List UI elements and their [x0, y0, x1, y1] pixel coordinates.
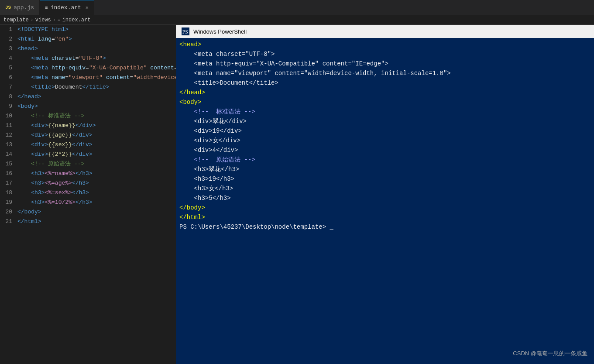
- breadcrumb-template[interactable]: template: [3, 17, 29, 23]
- code-line: 15 <!-- 原始语法 -->: [0, 159, 176, 169]
- editor-area: 1<!DOCTYPE html>2<html lang="en">3<head>…: [0, 25, 594, 364]
- line-number: 1: [0, 25, 17, 34]
- code-line: 5 <meta http-equiv="X-UA-Compatible" con…: [0, 63, 176, 73]
- watermark: CSDN @奄奄一息的一条咸鱼: [513, 350, 587, 357]
- line-content: <meta http-equiv="X-UA-Compatible" conte…: [17, 63, 176, 73]
- line-number: 10: [0, 111, 17, 121]
- ps-line: <head>: [179, 40, 591, 49]
- ps-line: <div>4</div>: [179, 145, 591, 155]
- js-icon: JS: [5, 5, 11, 10]
- breadcrumb-sep-2: ›: [53, 17, 56, 23]
- tab-app-js-label: app.js: [14, 4, 34, 11]
- line-content: </head>: [17, 92, 41, 102]
- code-line: 7 <title>Document</title>: [0, 82, 176, 92]
- code-line: 2<html lang="en">: [0, 34, 176, 44]
- code-line: 1<!DOCTYPE html>: [0, 25, 176, 34]
- ps-line: <meta name="viewport" content="width=dev…: [179, 69, 591, 78]
- ps-line: <h3>19</h3>: [179, 174, 591, 184]
- tab-bar: JS app.js ≡ index.art ✕: [0, 0, 594, 15]
- code-line: 21</html>: [0, 217, 176, 227]
- line-content: <!-- 原始语法 -->: [17, 159, 84, 169]
- line-number: 2: [0, 34, 17, 44]
- line-number: 20: [0, 207, 17, 217]
- line-number: 19: [0, 198, 17, 207]
- line-content: <div>{{sex}}</div>: [17, 140, 93, 150]
- ps-icon: PS: [181, 27, 190, 36]
- line-content: <head>: [17, 44, 38, 54]
- ps-titlebar: PS Windows PowerShell: [176, 25, 594, 38]
- ps-line: PS C:\Users\45237\Desktop\node\template>…: [179, 222, 591, 232]
- code-line: 4 <meta charset="UTF-8">: [0, 54, 176, 63]
- ps-line: <div>女</div>: [179, 136, 591, 145]
- line-content: <meta name="viewport" content="width=dev…: [17, 73, 176, 82]
- code-line: 17 <h3><%=age%></h3>: [0, 179, 176, 188]
- breadcrumb: template › views › ≡ index.art: [0, 15, 594, 25]
- code-line: 18 <h3><%=sex%></h3>: [0, 188, 176, 198]
- line-content: <h3><%=10/2%></h3>: [17, 198, 93, 207]
- line-content: <h3><%=name%></h3>: [17, 169, 93, 179]
- code-line: 8</head>: [0, 92, 176, 102]
- line-content: <!DOCTYPE html>: [17, 25, 69, 34]
- tab-close-button[interactable]: ✕: [86, 4, 89, 11]
- line-number: 12: [0, 130, 17, 140]
- line-number: 4: [0, 54, 17, 63]
- code-editor[interactable]: 1<!DOCTYPE html>2<html lang="en">3<head>…: [0, 25, 176, 227]
- code-line: 13 <div>{{sex}}</div>: [0, 140, 176, 150]
- code-line: 14 <div>{{2*2}}</div>: [0, 150, 176, 159]
- line-number: 8: [0, 92, 17, 102]
- tab-index-art-label: index.art: [51, 4, 81, 11]
- code-line: 11 <div>{{name}}</div>: [0, 121, 176, 130]
- code-line: 16 <h3><%=name%></h3>: [0, 169, 176, 179]
- art-icon: ≡: [45, 5, 48, 10]
- ps-line: <h3>翠花</h3>: [179, 165, 591, 174]
- line-number: 5: [0, 63, 17, 73]
- line-content: <title>Document</title>: [17, 82, 110, 92]
- ps-line: </head>: [179, 88, 591, 97]
- line-content: <div>{{2*2}}</div>: [17, 150, 93, 159]
- ps-line: <div>翠花</div>: [179, 117, 591, 126]
- line-content: <div>{{name}}</div>: [17, 121, 96, 130]
- ps-line: <!-- 标准语法 -->: [179, 107, 591, 117]
- ps-line: <h3>5</h3>: [179, 193, 591, 203]
- ps-line: </body>: [179, 203, 591, 213]
- line-number: 21: [0, 217, 17, 227]
- line-content: <html lang="en">: [17, 34, 72, 44]
- tab-index-art[interactable]: ≡ index.art ✕: [40, 0, 94, 15]
- line-content: <h3><%=age%></h3>: [17, 179, 89, 188]
- line-number: 16: [0, 169, 17, 179]
- line-number: 6: [0, 73, 17, 82]
- breadcrumb-views[interactable]: views: [35, 17, 51, 23]
- ps-line: <div>19</div>: [179, 126, 591, 136]
- breadcrumb-sep-1: ›: [31, 17, 34, 23]
- line-number: 14: [0, 150, 17, 159]
- ps-line: <h3>女</h3>: [179, 184, 591, 193]
- ps-title-text: Windows PowerShell: [193, 28, 247, 35]
- code-line: 10 <!-- 标准语法 -->: [0, 111, 176, 121]
- line-number: 11: [0, 121, 17, 130]
- tab-app-js[interactable]: JS app.js: [0, 0, 40, 15]
- line-content: <body>: [17, 102, 38, 111]
- code-panel: 1<!DOCTYPE html>2<html lang="en">3<head>…: [0, 25, 176, 364]
- line-number: 3: [0, 44, 17, 54]
- code-line: 3<head>: [0, 44, 176, 54]
- svg-text:PS: PS: [182, 29, 188, 35]
- line-content: </body>: [17, 207, 41, 217]
- ps-line: <!-- 原始语法 -->: [179, 155, 591, 165]
- line-number: 9: [0, 102, 17, 111]
- ps-content[interactable]: <head> <meta charset="UTF-8"> <meta http…: [176, 38, 594, 364]
- line-content: <div>{{age}}</div>: [17, 130, 93, 140]
- code-line: 20</body>: [0, 207, 176, 217]
- line-number: 17: [0, 179, 17, 188]
- breadcrumb-file-icon: ≡: [58, 17, 61, 23]
- ps-line: <title>Document</title>: [179, 78, 591, 88]
- ps-line: <meta charset="UTF-8">: [179, 49, 591, 59]
- ps-line: <body>: [179, 97, 591, 107]
- line-content: </html>: [17, 217, 41, 227]
- breadcrumb-file[interactable]: index.art: [62, 17, 91, 23]
- line-content: <meta charset="UTF-8">: [17, 54, 106, 63]
- code-line: 12 <div>{{age}}</div>: [0, 130, 176, 140]
- line-number: 13: [0, 140, 17, 150]
- powershell-panel: PS Windows PowerShell <head> <meta chars…: [176, 25, 594, 364]
- code-line: 9<body>: [0, 102, 176, 111]
- line-content: <h3><%=sex%></h3>: [17, 188, 89, 198]
